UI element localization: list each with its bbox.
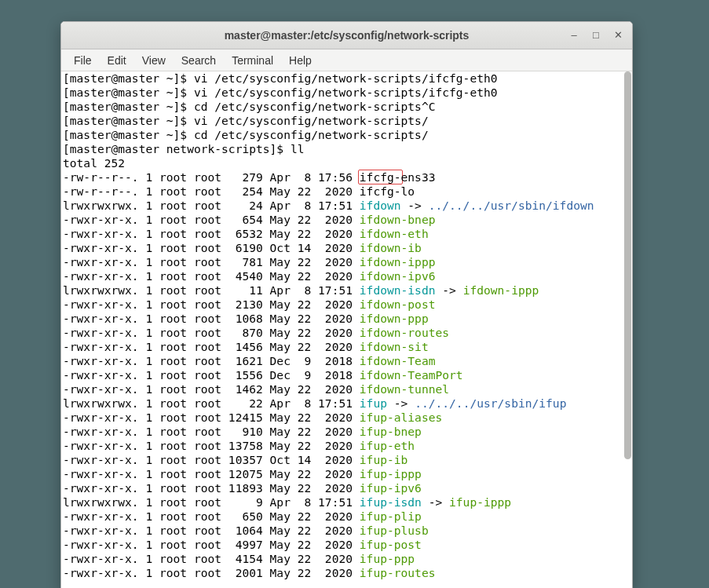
terminal-window: master@master:/etc/sysconfig/network-scr… [60, 21, 633, 588]
maximize-button[interactable]: □ [587, 25, 605, 44]
terminal-output[interactable]: [master@master ~]$ vi /etc/sysconfig/net… [61, 71, 632, 588]
menu-view[interactable]: View [134, 52, 174, 69]
titlebar[interactable]: master@master:/etc/sysconfig/network-scr… [61, 22, 632, 49]
scrollbar-thumb[interactable] [624, 71, 631, 459]
minimize-button[interactable]: – [565, 25, 583, 44]
close-button[interactable]: ✕ [608, 25, 627, 44]
menu-edit[interactable]: Edit [100, 52, 134, 69]
menu-terminal[interactable]: Terminal [224, 52, 281, 69]
scrollbar-track[interactable] [623, 71, 632, 588]
window-title: master@master:/etc/sysconfig/network-scr… [61, 29, 632, 42]
menu-file[interactable]: File [66, 52, 100, 69]
menubar: File Edit View Search Terminal Help [61, 49, 632, 71]
menu-search[interactable]: Search [174, 52, 224, 69]
menu-help[interactable]: Help [281, 52, 320, 69]
